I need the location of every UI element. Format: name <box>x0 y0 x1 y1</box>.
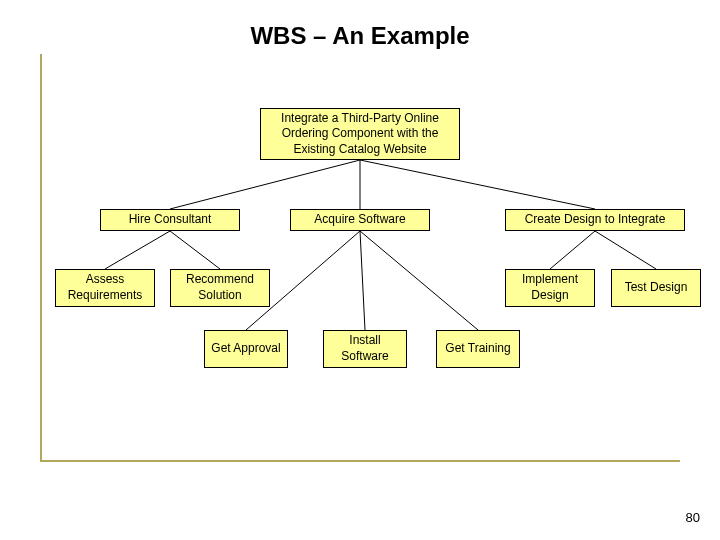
page-title: WBS – An Example <box>0 18 720 54</box>
wbs-assess-label: Assess Requirements <box>62 272 148 303</box>
wbs-recommend-solution: Recommend Solution <box>170 269 270 307</box>
wbs-assess-requirements: Assess Requirements <box>55 269 155 307</box>
wbs-install-software: Install Software <box>323 330 407 368</box>
wbs-test-label: Test Design <box>625 280 688 296</box>
wbs-install-label: Install Software <box>330 333 400 364</box>
wbs-root-label: Integrate a Third-Party Online Ordering … <box>267 111 453 158</box>
wbs-test-design: Test Design <box>611 269 701 307</box>
slide-frame <box>40 30 680 460</box>
wbs-hire-label: Hire Consultant <box>129 212 212 228</box>
wbs-acquire-label: Acquire Software <box>314 212 405 228</box>
wbs-implement-label: Implement Design <box>512 272 588 303</box>
wbs-hire-consultant: Hire Consultant <box>100 209 240 231</box>
wbs-acquire-software: Acquire Software <box>290 209 430 231</box>
slide-frame-bottom <box>40 460 680 462</box>
wbs-implement-design: Implement Design <box>505 269 595 307</box>
wbs-get-training: Get Training <box>436 330 520 368</box>
wbs-get-approval: Get Approval <box>204 330 288 368</box>
wbs-create-label: Create Design to Integrate <box>525 212 666 228</box>
wbs-training-label: Get Training <box>445 341 510 357</box>
page-number: 80 <box>686 510 700 525</box>
wbs-recommend-label: Recommend Solution <box>177 272 263 303</box>
wbs-approval-label: Get Approval <box>211 341 280 357</box>
wbs-create-design: Create Design to Integrate <box>505 209 685 231</box>
title-text: WBS – An Example <box>238 22 481 50</box>
wbs-root: Integrate a Third-Party Online Ordering … <box>260 108 460 160</box>
